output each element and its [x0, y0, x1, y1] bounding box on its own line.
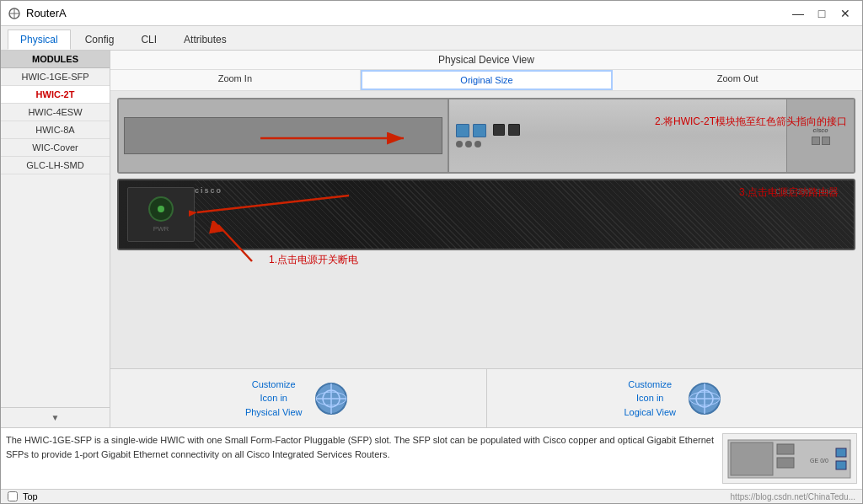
- title-bar: RouterA — □ ✕: [1, 1, 862, 26]
- led1: [456, 141, 463, 147]
- sidebar-item-hwic-8a[interactable]: HWIC-8A: [1, 121, 110, 139]
- aux-port: [812, 137, 820, 145]
- status-url: https://blog.csdn.net/ChinaTedu...: [731, 492, 855, 501]
- svg-rect-25: [836, 461, 846, 469]
- cisco-series-text: Cisco 2900 Series: [775, 187, 837, 196]
- router-port-row: [456, 124, 780, 137]
- status-bar: Top https://blog.csdn.net/ChinaTedu...: [1, 489, 862, 503]
- router-right-panel: cisco: [786, 99, 854, 172]
- svg-rect-21: [777, 444, 794, 454]
- sidebar-item-glc-lh-smd[interactable]: GLC-LH-SMD: [1, 157, 110, 174]
- customize-logical-section: Customize Icon in Logical View: [487, 369, 863, 427]
- router-top-wrapper: cisco 2.将HWIC-2T模块拖至红色箭头指向的接口: [117, 98, 855, 174]
- maximize-button[interactable]: □: [812, 6, 832, 21]
- zoom-controls: Zoom In Original Size Zoom Out: [110, 70, 862, 91]
- minimize-button[interactable]: —: [788, 6, 808, 21]
- original-size-button[interactable]: Original Size: [361, 70, 614, 90]
- power-button[interactable]: [148, 196, 174, 222]
- customize-bar: Customize Icon in Physical View: [110, 368, 862, 427]
- router-led-row: [456, 141, 780, 147]
- router-icon: [8, 7, 21, 20]
- router-mesh: [195, 180, 854, 249]
- port-sfp1: [456, 124, 469, 137]
- tab-cli[interactable]: CLI: [128, 29, 169, 50]
- info-area: The HWIC-1GE-SFP is a single-wide HWIC w…: [1, 427, 862, 489]
- customize-physical-text: Customize Icon in Physical View: [245, 378, 303, 420]
- svg-rect-22: [777, 458, 794, 468]
- router-logical-icon[interactable]: [684, 378, 725, 419]
- sidebar-item-hwic-2t[interactable]: HWIC-2T: [1, 86, 110, 104]
- port-usb1: [493, 124, 505, 136]
- top-checkbox[interactable]: [8, 491, 18, 501]
- led2: [465, 141, 472, 147]
- zoom-out-button[interactable]: Zoom Out: [613, 70, 862, 90]
- tab-attributes[interactable]: Attributes: [171, 29, 239, 50]
- info-image-panel: GE 0/0: [722, 433, 857, 484]
- router-bottom-wrapper: PWR cisco Cisco 2900 Series: [117, 179, 855, 250]
- sidebar-item-hwic-4esw[interactable]: HWIC-4ESW: [1, 104, 110, 121]
- device-viewport: cisco 2.将HWIC-2T模块拖至红色箭头指向的接口: [110, 91, 862, 368]
- customize-logical-text: Customize Icon in Logical View: [624, 378, 676, 420]
- sidebar-item-wic-cover[interactable]: WIC-Cover: [1, 139, 110, 157]
- window-controls: — □ ✕: [788, 6, 855, 21]
- led3: [474, 141, 481, 147]
- cisco-brand: cisco: [195, 185, 222, 195]
- router-slot-dark: [124, 117, 442, 154]
- svg-rect-24: [836, 448, 846, 457]
- main-window: RouterA — □ ✕ Physical Config CLI Attrib…: [0, 0, 863, 504]
- port-usb2: [508, 124, 520, 136]
- info-description: The HWIC-1GE-SFP is a single-wide HWIC w…: [6, 433, 716, 484]
- status-left: Top: [8, 491, 38, 501]
- tab-config[interactable]: Config: [72, 29, 127, 50]
- top-label: Top: [23, 491, 38, 501]
- annotation-step1: 1.点击电源开关断电: [269, 253, 358, 267]
- svg-text:GE 0/0: GE 0/0: [810, 458, 828, 464]
- module-preview-svg: GE 0/0: [726, 436, 853, 482]
- power-label: PWR: [153, 225, 169, 233]
- svg-rect-20: [731, 442, 773, 475]
- main-content: MODULES HWIC-1GE-SFP HWIC-2T HWIC-4ESW H…: [1, 51, 862, 427]
- power-section: PWR: [127, 187, 195, 242]
- sidebar-scroll-controls: ▼: [1, 407, 110, 427]
- router-front-panel: cisco: [119, 99, 854, 172]
- tab-bar: Physical Config CLI Attributes: [1, 26, 862, 51]
- modules-list: HWIC-1GE-SFP HWIC-2T HWIC-4ESW HWIC-8A W…: [1, 68, 110, 407]
- router-bottom-panel: PWR cisco Cisco 2900 Series: [119, 180, 854, 249]
- sidebar-item-hwic-1ge-sfp[interactable]: HWIC-1GE-SFP: [1, 68, 110, 86]
- device-view-header: Physical Device View: [110, 51, 862, 70]
- sidebar: MODULES HWIC-1GE-SFP HWIC-2T HWIC-4ESW H…: [1, 51, 110, 427]
- router-physical-icon[interactable]: [311, 378, 351, 419]
- router-middle-panel: [449, 121, 786, 151]
- close-button[interactable]: ✕: [835, 6, 855, 21]
- scroll-down-arrow[interactable]: ▼: [50, 411, 62, 424]
- tab-physical[interactable]: Physical: [8, 29, 71, 50]
- power-indicator: [158, 206, 164, 212]
- zoom-in-button[interactable]: Zoom In: [110, 70, 361, 90]
- customize-physical-section: Customize Icon in Physical View: [110, 369, 487, 427]
- router-bottom-device: PWR cisco Cisco 2900 Series: [117, 179, 855, 250]
- modules-header: MODULES: [1, 51, 110, 68]
- con-port: [822, 137, 830, 145]
- window-title: RouterA: [26, 7, 67, 19]
- router-left-panel: [119, 99, 449, 172]
- device-area: Physical Device View Zoom In Original Si…: [110, 51, 862, 427]
- port-sfp2: [473, 124, 486, 137]
- router-top-device: cisco: [117, 98, 855, 174]
- title-bar-left: RouterA: [8, 7, 67, 20]
